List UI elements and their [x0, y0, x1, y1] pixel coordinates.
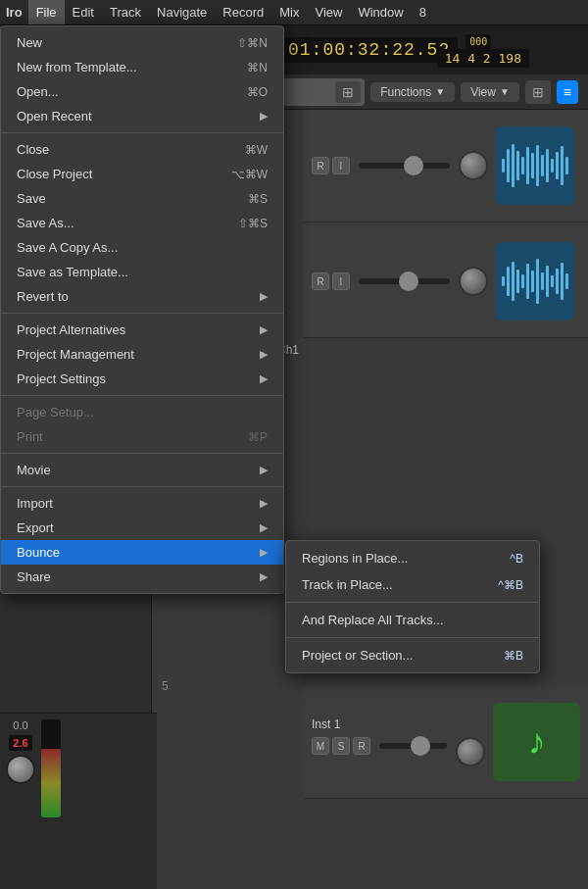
track-1-controls: R I — [312, 151, 488, 180]
movie-arrow: ▶ — [260, 464, 268, 476]
svg-rect-24 — [551, 275, 554, 287]
menu-item-bounce-label: Bounce — [17, 545, 260, 560]
vol-section: 0.0 2.6 — [6, 719, 35, 784]
menu-item-print[interactable]: Print ⌘P — [1, 424, 283, 449]
bottom-strip: 0.0 2.6 — [0, 713, 157, 889]
project-settings-arrow: ▶ — [260, 372, 268, 385]
menu-item-close-label: Close — [17, 142, 225, 157]
svg-rect-1 — [507, 149, 510, 182]
submenu-track-in-place[interactable]: Track in Place... ^⌘B — [286, 571, 539, 598]
i-button-2[interactable]: I — [332, 272, 350, 290]
menu-item-close[interactable]: Close ⌘W — [1, 137, 283, 162]
submenu-replace-all-label: And Replace All Tracks... — [302, 613, 444, 627]
fader-2[interactable] — [359, 278, 450, 284]
submenu-project-section[interactable]: Project or Section... ⌘B — [286, 642, 539, 668]
vol-knob[interactable] — [6, 755, 35, 784]
track-strip-3: Inst 1 M S R ♪ — [304, 686, 588, 799]
svg-rect-23 — [546, 266, 549, 297]
menu-item-share[interactable]: Share ▶ — [1, 565, 283, 589]
svg-rect-0 — [502, 159, 505, 173]
submenu-regions-label: Regions in Place... — [302, 551, 408, 566]
menu-item-project-alternatives[interactable]: Project Alternatives ▶ — [1, 318, 283, 342]
view-label: View — [470, 85, 496, 99]
m-button[interactable]: M — [312, 737, 329, 755]
submenu-regions[interactable]: Regions in Place... ^B — [286, 545, 539, 571]
svg-rect-7 — [536, 145, 539, 186]
knob-3[interactable] — [456, 737, 485, 766]
i-button-1[interactable]: I — [332, 157, 350, 174]
menu-item-save-template-label: Save as Template... — [17, 265, 268, 279]
menu-record[interactable]: Record — [215, 0, 271, 25]
app-logo: Iro — [0, 5, 28, 20]
inst-msr-buttons: M S R — [312, 737, 485, 766]
menu-item-close-project-label: Close Project — [17, 167, 212, 181]
submenu-divider-2 — [286, 637, 539, 638]
svg-rect-19 — [526, 264, 529, 299]
menu-item-project-settings[interactable]: Project Settings ▶ — [1, 367, 283, 391]
menu-item-save-copy[interactable]: Save A Copy As... — [1, 235, 283, 260]
menu-item-close-project[interactable]: Close Project ⌥⌘W — [1, 162, 283, 186]
menu-track[interactable]: Track — [102, 0, 149, 25]
menu-view[interactable]: View — [307, 0, 350, 25]
project-alternatives-arrow: ▶ — [260, 323, 268, 336]
menu-bar: Iro File Edit Track Navigate Record Mix … — [0, 0, 588, 25]
menu-item-save-copy-label: Save A Copy As... — [17, 240, 248, 255]
menu-item-new[interactable]: New ⇧⌘N — [1, 30, 283, 55]
menu-item-save-label: Save — [17, 191, 228, 206]
s-button[interactable]: S — [332, 737, 350, 755]
menu-item-page-setup[interactable]: Page Setup... — [1, 400, 283, 424]
menu-item-import[interactable]: Import ▶ — [1, 491, 283, 516]
menu-item-open[interactable]: Open... ⌘O — [1, 79, 283, 104]
menu-8[interactable]: 8 — [412, 0, 434, 25]
menu-item-print-label: Print — [17, 429, 228, 444]
svg-rect-12 — [561, 146, 564, 185]
svg-rect-17 — [516, 270, 519, 293]
menu-item-save-as[interactable]: Save As... ⇧⌘S — [1, 211, 283, 235]
menu-item-movie[interactable]: Movie ▶ — [1, 458, 283, 482]
menu-file[interactable]: File — [28, 0, 65, 25]
knob-2[interactable] — [459, 267, 488, 296]
menu-item-bounce[interactable]: Bounce ▶ Regions in Place... ^B Track in… — [1, 540, 283, 565]
divider-2 — [1, 313, 283, 314]
level-fill — [41, 749, 61, 817]
menu-item-save-as-label: Save As... — [17, 216, 219, 230]
waveform-svg-1 — [498, 139, 572, 192]
menu-item-revert-label: Revert to — [17, 289, 260, 304]
r-button-2[interactable]: R — [312, 272, 329, 290]
view-button[interactable]: View ▼ — [461, 82, 519, 102]
svg-rect-21 — [536, 259, 539, 304]
list-view-button[interactable]: ≡ — [557, 80, 578, 104]
svg-rect-26 — [561, 263, 564, 300]
time-display-secondary: 14 4 2 198 — [437, 49, 529, 68]
knob-1[interactable] — [459, 151, 488, 180]
r-button-1[interactable]: R — [312, 157, 329, 174]
menu-item-new-template[interactable]: New from Template... ⌘N — [1, 55, 283, 79]
menu-mix[interactable]: Mix — [271, 0, 307, 25]
menu-item-export[interactable]: Export ▶ — [1, 516, 283, 540]
r-button-3[interactable]: R — [353, 737, 370, 755]
svg-rect-22 — [541, 272, 544, 290]
menu-item-save-template[interactable]: Save as Template... — [1, 260, 283, 284]
menu-item-new-template-shortcut: ⌘N — [247, 61, 268, 74]
vol-value: 0.0 — [13, 719, 27, 731]
menu-item-new-template-label: New from Template... — [17, 60, 227, 74]
menu-window[interactable]: Window — [350, 0, 411, 25]
fader-3[interactable] — [379, 743, 447, 749]
submenu-replace-all[interactable]: And Replace All Tracks... — [286, 607, 539, 633]
menu-item-revert[interactable]: Revert to ▶ — [1, 284, 283, 309]
time-display-top: 000 — [466, 34, 491, 49]
menu-item-open-recent[interactable]: Open Recent ▶ — [1, 104, 283, 128]
functions-button[interactable]: Functions ▼ — [370, 82, 455, 102]
fader-1[interactable] — [359, 163, 450, 169]
divider-3 — [1, 395, 283, 396]
menu-item-print-shortcut: ⌘P — [248, 430, 268, 444]
grid-view-button[interactable]: ⊞ — [525, 80, 551, 104]
open-recent-arrow: ▶ — [260, 110, 268, 123]
menu-item-share-label: Share — [17, 569, 260, 584]
menu-item-save[interactable]: Save ⌘S — [1, 186, 283, 211]
svg-rect-15 — [507, 267, 510, 296]
expand-btn[interactable]: ⊞ — [335, 81, 361, 103]
menu-item-project-management[interactable]: Project Management ▶ — [1, 342, 283, 367]
menu-edit[interactable]: Edit — [65, 0, 102, 25]
menu-navigate[interactable]: Navigate — [149, 0, 215, 25]
